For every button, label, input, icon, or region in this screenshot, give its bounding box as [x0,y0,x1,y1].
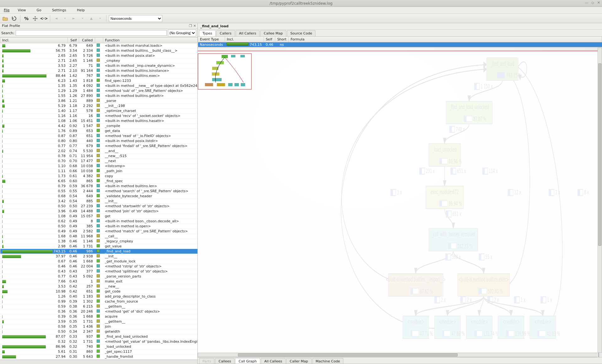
table-row[interactable]: 0.990.391 302cache_from_source<frozen im… [0,299,198,304]
menu-settings[interactable]: Settings [47,8,71,13]
table-row[interactable]: 0.460.4622 004<method 'rstrip' of 'str' … [0,264,198,269]
table-row[interactable]: 88.441.62767<built-in method builtins.ex… [0,73,198,78]
table-row[interactable]: 1.760.89653get_data<frozen importlib._bo… [0,129,198,134]
table-row[interactable]: 0.490.492 582<method 'match' of '_sre.SR… [0,229,198,234]
table-row[interactable]: 86.960.32740_load_unlocked<frozen import… [0,344,198,349]
table-row[interactable]: 0.780.7111 954__new__:515enum.py [0,154,198,159]
tab-types[interactable]: Types [199,30,216,36]
forward-menu-icon[interactable]: ▾ [79,15,86,22]
tab-all-callers[interactable]: All Callers [236,30,260,36]
evt-col-self[interactable]: Self [264,37,275,42]
tab-call-graph[interactable]: Call Graph [235,358,260,364]
table-row[interactable]: 3.532.2771<built-in method _imp.create_d… [0,63,198,68]
table-row[interactable]: 4.420.921 547_compilesre_compile.py [0,124,198,129]
up-menu-icon[interactable]: ▾ [97,15,104,22]
table-row[interactable]: 0.590.386 215__getitem__sre_parse.py [0,304,198,309]
reload-icon[interactable] [11,15,18,22]
graph-minimap[interactable] [198,51,599,364]
table-row[interactable]: 0.620.498<built-in method bson._cbson.de… [0,219,198,224]
table-row[interactable]: 0.670.461 668_get_module_lock<frozen imp… [0,259,198,264]
table-row[interactable]: 1.551.2627 890<built-in method builtins.… [0,93,198,98]
tab-caller-map[interactable]: Caller Map [286,358,312,364]
table-row[interactable]: 3.960.4914 488<method 'join' of 'str' ob… [0,209,198,214]
table-row[interactable]: 1.380.461 146_legacy_cmpkeyversion.py [0,239,198,244]
table-row[interactable]: 3.590.351 731__getitem__series.py [0,319,198,324]
minimize-icon[interactable]: — [585,1,588,5]
graph-h-scrollbar[interactable] [198,353,598,357]
table-row[interactable]: 1.351.354 092<built-in method __new__ of… [0,83,198,88]
table-row[interactable]: 1.081.0615 451<built-in method builtins.… [0,119,198,124]
menu-view[interactable]: View [13,8,31,13]
table-row[interactable]: 0.320.321 731<method 'get_value' of 'pan… [0,339,198,344]
search-input[interactable] [16,30,167,36]
table-row[interactable]: 2.712.1091 164<built-in method builtins.… [0,68,198,73]
table-row[interactable]: 0.580.351 436joinposixpath.py [0,324,198,329]
table-row[interactable]: 3.861.21889_parsesre_parse.py [0,98,198,103]
menu-file[interactable]: File [1,8,12,13]
table-row[interactable]: 10.980.42651get_code<frozen importlib._b… [0,289,198,294]
tab-source-code[interactable]: Source Code [287,30,315,36]
event-table[interactable]: Event Type Incl. Self Short Formula Nano… [198,37,602,47]
table-row[interactable]: 0.870.87651<method 'read' of '_io.FileIO… [0,134,198,139]
table-row[interactable]: 1.110.6610 038_path_join<frozen importli… [0,169,198,174]
move-icon[interactable] [32,15,39,22]
table-row[interactable]: 1.680.4811 968__call__enum.py [0,234,198,239]
h-scrollbar[interactable] [0,360,197,364]
table-row[interactable]: 0.790.5936 678<built-in method builtins.… [0,184,198,189]
col-self[interactable]: Self [67,38,79,43]
table-row[interactable]: 7.660.431make_exitgradient_stop_and_targ… [0,279,198,284]
table-row[interactable]: 1.260.401 183add_prop_descriptor_to_clas… [0,294,198,299]
table-row[interactable]: 2.980.461 731get_valuebase.py [0,244,198,249]
table-row[interactable]: 6.796.79649<built-in method marshal.load… [0,43,198,48]
table-row[interactable]: 5.191.182 292__init__:198version.py [0,103,198,108]
back-icon[interactable]: ◄ [53,15,60,22]
table-row[interactable]: 3.530.42257__new__has_props.py [0,284,198,289]
forward-icon[interactable]: ► [70,15,77,22]
table-row[interactable]: 1.730.614 382copycopy.py [0,174,198,179]
percent-button[interactable]: % [23,15,30,22]
table-row[interactable]: 0.500.342 347getwidthsre_parse.py [0,329,198,334]
table-row[interactable]: 2.020.745 530__and__enum.py [0,149,198,154]
table-row[interactable]: 1.080.4915 057getsre_parse.py [0,214,198,219]
table-row[interactable]: 1.401.17578_optimize_charsetsre_compile.… [0,108,198,113]
tab-callee-map[interactable]: Callee Map [260,30,286,36]
col-color[interactable] [95,38,103,43]
table-row[interactable]: 0.500.5027 239<method 'startswith' of 's… [0,204,198,209]
grouping-select[interactable]: (No Grouping) [168,29,196,36]
table-row[interactable]: 0.390.361 668acquire<frozen importlib._b… [0,314,198,319]
event-row[interactable]: Nanoseconds 743.15 0.46 ns [198,42,602,47]
menu-go[interactable]: Go [32,8,46,13]
tab-machine-code[interactable]: Machine Code [312,358,344,364]
table-row[interactable]: 3.420.54885__init__series.py [0,199,198,204]
units-select[interactable]: Nanoseconds [109,15,162,22]
tab-parts[interactable]: Parts [199,358,214,364]
table-row[interactable]: 0.430.43377<method 'splitlines' of 'str'… [0,269,198,274]
table-row[interactable]: 56.753.542 334<built-in method builtins.… [0,48,198,53]
table-row[interactable]: 0.700.7017 477__nextsre_parse.py [0,159,198,164]
table-row[interactable]: 0.770.77679<method 'findall' of '_sre.SR… [0,144,198,149]
table-row[interactable]: 0.800.80440<built-in method posix.listdi… [0,139,198,144]
table-row[interactable]: 5.610.31860_get_spec:1117<frozen importl… [0,349,198,354]
up-icon[interactable]: ▲ [88,15,95,22]
evt-col-incl[interactable]: Incl. [225,37,264,42]
table-row[interactable]: 87.070.33937_find_and_load_unlocked<froz… [0,334,198,339]
call-graph[interactable]: 1 150 x740 x651 x651 x360 x55 x231 x114 … [198,47,602,364]
menu-help[interactable]: Help [72,8,90,13]
open-icon[interactable] [2,15,9,22]
tab-callers[interactable]: Callers [216,30,235,36]
table-row[interactable]: 0.550.552 444<method 'search' of '_sre.S… [0,189,198,194]
table-row[interactable]: 0.770.435 092_parse_version_partsversion… [0,274,198,279]
cycle-icon[interactable]: <·> [40,15,47,22]
table-row[interactable]: 6.650.60865_find_spec<frozen importlib._… [0,179,198,184]
detach-icon[interactable]: ❐ [189,24,192,28]
table-row[interactable]: 743.150.46986_find_and_load<frozen impor… [0,249,198,254]
maximize-icon[interactable]: ◇ [591,1,594,5]
table-row[interactable]: 6.231.431 818find_spec:1233<frozen impor… [0,78,198,83]
graph-v-scrollbar[interactable] [598,48,602,353]
table-row[interactable]: 2.652.655 726<built-in method posix.stat… [0,53,198,58]
tab-callees[interactable]: Callees [215,358,234,364]
evt-col-type[interactable]: Event Type [198,37,225,42]
table-row[interactable]: 1.161.1616<method 'recv' of '_socket.soc… [0,113,198,119]
flat-profile-table[interactable]: Incl. Self Called Function Location 6.79… [0,37,197,360]
table-row[interactable]: 37.970.462 938__init__bases.py [0,254,198,259]
